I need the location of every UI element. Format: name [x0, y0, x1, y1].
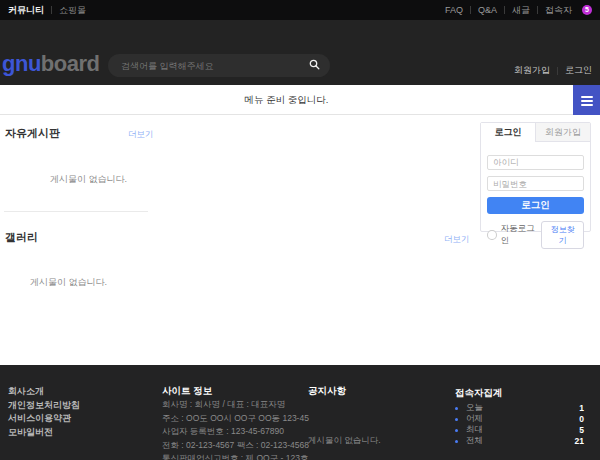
gallery-more-link[interactable]: 더보기 — [444, 234, 470, 246]
search-input[interactable] — [121, 61, 309, 71]
main-content: 자유게시판 더보기 게시물이 없습니다. 갤러리 더보기 게시물이 없습니다. … — [0, 115, 600, 364]
visitor-count-badge: 5 — [582, 5, 592, 15]
stat-label-total: 전체 — [466, 435, 483, 447]
site-logo[interactable]: gnuboard — [2, 51, 99, 77]
site-header: gnuboard 회원가입 로그인 — [0, 20, 600, 85]
find-info-button[interactable]: 정보찾기 — [541, 221, 584, 249]
auto-login-label: 자동로그인 — [501, 223, 542, 247]
nav-new-posts[interactable]: 새글 — [512, 4, 530, 17]
login-widget: 로그인 회원가입 로그인 자동로그인 정보찾기 — [480, 122, 591, 232]
search-bar — [108, 54, 330, 77]
checkbox-icon — [487, 230, 497, 240]
divider — [537, 6, 538, 14]
free-board-title: 자유게시판 — [5, 126, 60, 141]
divider — [470, 6, 471, 14]
footer-link-company[interactable]: 회사소개 — [8, 387, 80, 396]
search-icon — [309, 58, 320, 73]
site-footer: 회사소개 개인정보처리방침 서비스이용약관 모바일버전 사이트 정보 회사명 :… — [0, 365, 600, 460]
stat-value-yesterday: 0 — [579, 414, 584, 424]
visitor-stat-row: 전체 21 — [455, 438, 584, 444]
footer-link-terms[interactable]: 서비스이용약관 — [8, 414, 80, 423]
top-utility-bar: 커뮤니티 쇼핑몰 FAQ Q&A 새글 접속자 5 — [0, 0, 600, 20]
login-password-field[interactable] — [487, 176, 584, 191]
gallery-title: 갤러리 — [5, 230, 38, 245]
tab-login[interactable]: 로그인 — [481, 123, 535, 142]
nav-community[interactable]: 커뮤니티 — [8, 4, 44, 17]
logo-text-board: board — [41, 51, 100, 76]
bullet-icon — [455, 418, 458, 421]
login-submit-button[interactable]: 로그인 — [487, 197, 584, 214]
footer-link-privacy[interactable]: 개인정보처리방침 — [8, 401, 80, 410]
login-link[interactable]: 로그인 — [565, 64, 592, 77]
divider — [504, 6, 505, 14]
login-id-field[interactable] — [487, 155, 584, 170]
bullet-icon — [455, 429, 458, 432]
nav-shop[interactable]: 쇼핑몰 — [59, 4, 86, 17]
footer-link-mobile[interactable]: 모바일버전 — [8, 428, 80, 437]
site-info-title: 사이트 정보 — [162, 385, 307, 398]
visitor-stats-title: 접속자집계 — [455, 387, 584, 400]
divider — [51, 6, 52, 14]
site-info-address: 주소 : OO도 OO시 OO구 OO동 123-45 — [162, 412, 307, 426]
bullet-icon — [455, 407, 458, 410]
gallery-empty-text: 게시물이 없습니다. — [30, 276, 107, 289]
free-board-empty-text: 게시물이 없습니다. — [50, 173, 127, 186]
divider — [557, 67, 558, 75]
logo-text-gnu: gnu — [2, 51, 41, 76]
search-button[interactable] — [309, 58, 320, 73]
site-info-business-no: 사업자 등록번호 : 123-45-67890 — [162, 425, 307, 439]
stat-value-max: 5 — [579, 425, 584, 435]
stat-value-total: 21 — [575, 436, 584, 446]
section-divider — [4, 211, 148, 212]
site-info-sales-no: 통신판매업신고번호 : 제 OO구 - 123호 — [162, 452, 307, 460]
stat-value-today: 1 — [579, 403, 584, 413]
site-info-company: 회사명 : 회사명 / 대표 : 대표자명 — [162, 398, 307, 412]
site-info-phone: 전화 : 02-123-4567 팩스 : 02-123-4568 — [162, 439, 307, 453]
nav-qna[interactable]: Q&A — [478, 5, 497, 15]
main-menu-bar: 메뉴 준비 중입니다. — [0, 85, 600, 115]
tab-signup[interactable]: 회원가입 — [535, 123, 590, 142]
nav-visitors[interactable]: 접속자 — [545, 4, 572, 17]
free-board-more-link[interactable]: 더보기 — [128, 129, 154, 141]
visitor-stat-row: 최대 5 — [455, 427, 584, 433]
notice-empty-text: 게시물이 없습니다. — [308, 435, 381, 447]
hamburger-menu-button[interactable] — [573, 85, 600, 115]
nav-faq[interactable]: FAQ — [445, 5, 463, 15]
auto-login-checkbox[interactable]: 자동로그인 — [487, 223, 541, 247]
signup-link[interactable]: 회원가입 — [514, 64, 550, 77]
bullet-icon — [455, 440, 458, 443]
visitor-stat-row: 오늘 1 — [455, 405, 584, 411]
notice-title: 공지사항 — [308, 385, 381, 398]
visitor-stat-row: 어제 0 — [455, 416, 584, 422]
menu-notice-text: 메뉴 준비 중입니다. — [0, 85, 573, 115]
